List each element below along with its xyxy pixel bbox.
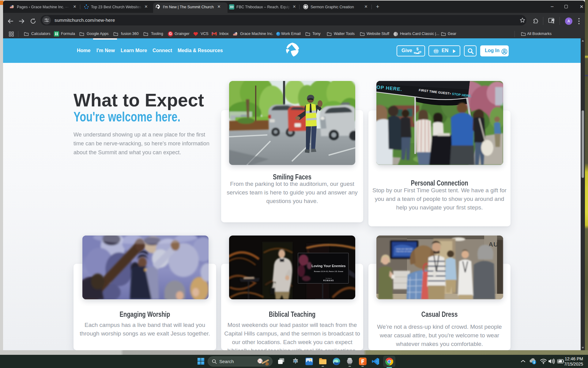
svg-text:MAKE WAY BEFORE: MAKE WAY BEFORE <box>396 248 412 250</box>
svg-text:Loving Your Enemies: Loving Your Enemies <box>311 264 345 268</box>
svg-text:ROMANS: ROMANS <box>323 279 334 282</box>
svg-text:$: $ <box>416 47 419 51</box>
svg-text:Romans 12:14–21, Pastor J.D. G: Romans 12:14–21, Pastor J.D. Greear <box>314 270 343 272</box>
svg-text:FUS: FUS <box>361 363 364 365</box>
svg-text:THE KING OF KINGS: THE KING OF KINGS <box>396 251 413 252</box>
svg-text:The Book of: The Book of <box>326 278 332 279</box>
